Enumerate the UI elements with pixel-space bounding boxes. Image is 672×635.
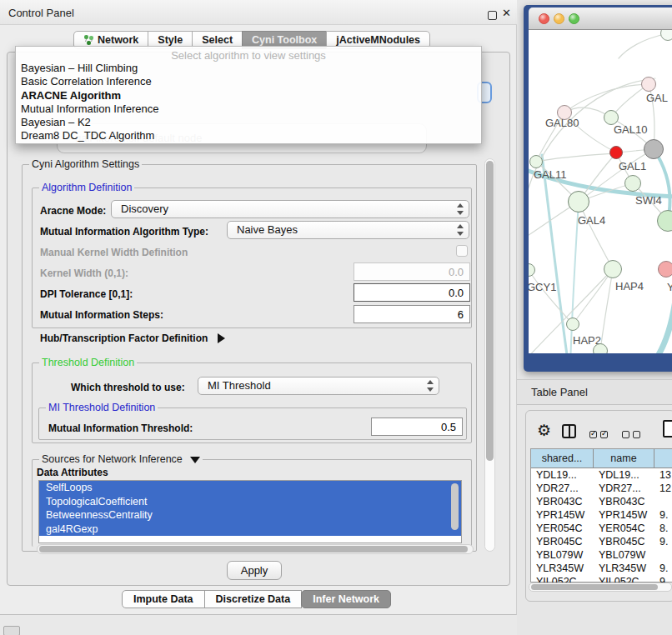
hub-definition-expander[interactable]: Hub/Transcription Factor Definition — [40, 332, 225, 344]
tab-infer-network[interactable]: Infer Network — [301, 590, 391, 608]
settings-horizontal-scrollbar-thumb[interactable] — [39, 546, 468, 552]
tab-label: Select — [202, 34, 233, 46]
dropdown-item[interactable]: ARACNE Algorithm — [16, 89, 481, 102]
attribute-item[interactable]: gal4RGexp — [39, 522, 461, 537]
table-cell: 9. — [654, 576, 672, 582]
table-column-header[interactable] — [654, 449, 672, 468]
kernel-width-field[interactable]: 0.0 — [354, 262, 470, 281]
tab-label: Style — [158, 34, 183, 46]
network-window-titlebar[interactable] — [529, 8, 672, 30]
which-threshold-value: MI Threshold — [208, 379, 271, 392]
tab-discretize-data[interactable]: Discretize Data — [204, 590, 303, 608]
network-edge[interactable] — [529, 270, 573, 324]
table-cell: YDR27... — [594, 482, 654, 496]
dropdown-item[interactable]: Basic Correlation Inference — [16, 75, 481, 88]
mi-steps-field[interactable]: 6 — [354, 305, 470, 323]
dpi-tolerance-field[interactable]: 0.0 — [354, 283, 470, 302]
which-threshold-select[interactable]: MI Threshold — [198, 377, 439, 395]
table-row[interactable]: YDR27...YDR27...12 — [531, 482, 672, 496]
network-node-HAP2[interactable] — [566, 318, 579, 331]
control-panel-titlebar[interactable] — [0, 0, 517, 25]
attribute-item[interactable]: SelfLoops — [39, 481, 461, 495]
network-node-GAL1[interactable] — [609, 146, 623, 159]
bottom-tabbar: Impute DataDiscretize DataInfer Network — [122, 590, 391, 608]
table-row[interactable]: YBR045CYBR045C9. — [531, 536, 672, 549]
deselect-all-checkboxes-icon[interactable] — [622, 427, 644, 442]
table-cell: YIL052C — [594, 576, 654, 582]
dropdown-item[interactable]: Dream8 DC_TDC Algorithm — [16, 129, 481, 142]
table-row[interactable]: YDL19...YDL19...13 — [531, 469, 672, 482]
network-edge[interactable] — [600, 269, 613, 351]
sources-title-text: Sources for Network Inference — [42, 453, 183, 465]
unchecked-box-icon — [622, 431, 629, 438]
table-cell: YBR043C — [594, 496, 654, 509]
show-columns-icon[interactable] — [562, 424, 576, 438]
aracne-mode-select[interactable]: Discovery — [111, 200, 469, 218]
table-cell: 9. — [654, 509, 672, 522]
table-cell: YBL079W — [594, 549, 654, 562]
float-panel-icon[interactable] — [488, 11, 497, 20]
table-column-header[interactable]: shared... — [531, 449, 594, 468]
network-node[interactable] — [644, 139, 664, 159]
network-edge[interactable] — [573, 269, 613, 324]
network-edge[interactable] — [542, 155, 569, 353]
network-node-label: GAL1 — [619, 160, 646, 172]
table-cell: YER054C — [594, 522, 654, 536]
control-panel-title: Control Panel — [8, 7, 74, 19]
mi-type-label: Mutual Information Algorithm Type: — [40, 226, 208, 238]
attributes-list-scrollbar-thumb[interactable] — [451, 483, 459, 530]
expand-right-icon — [218, 333, 225, 343]
table-cell: YBL079W — [531, 549, 594, 562]
network-node-HAP4[interactable] — [604, 260, 622, 278]
table-row[interactable]: YER054CYER054C8. — [531, 522, 672, 536]
close-icon[interactable]: ✕ — [502, 7, 511, 19]
attribute-item[interactable]: TopologicalCoefficient — [39, 495, 461, 509]
dropdown-item[interactable]: Bayesian – Hill Climbing — [16, 62, 481, 75]
attribute-item[interactable]: BetweennessCentrality — [39, 508, 461, 522]
table-cell: YPR145W — [594, 509, 654, 522]
collapsed-panel-icon[interactable] — [3, 626, 20, 635]
manual-kernel-checkbox[interactable] — [456, 245, 468, 257]
network-canvas[interactable]: GALGAL80GAL10GAL1GAL11SWI4GAL4GCY1HAP4YH… — [529, 30, 672, 353]
table-row[interactable]: YBR043CYBR043C — [531, 496, 672, 509]
table-row[interactable]: YBL079WYBL079W — [531, 549, 672, 562]
aracne-mode-label: Aracne Mode: — [40, 205, 106, 217]
table-row[interactable]: YIL052CYIL052C9. — [531, 576, 672, 582]
mi-type-select[interactable]: Naive Bayes — [227, 221, 469, 239]
data-attributes-list[interactable]: SelfLoopsTopologicalCoefficientBetweenne… — [38, 480, 462, 543]
tab-impute-data[interactable]: Impute Data — [122, 590, 205, 608]
window-close-button[interactable] — [539, 13, 549, 24]
network-node[interactable] — [624, 175, 641, 192]
window-zoom-button[interactable] — [569, 13, 579, 24]
window-minimize-button[interactable] — [554, 13, 564, 24]
table-cell — [654, 549, 672, 562]
sources-title[interactable]: Sources for Network Inference — [39, 453, 203, 465]
apply-button[interactable]: Apply — [227, 561, 282, 580]
document-icon[interactable] — [663, 420, 672, 438]
network-node-Y[interactable] — [658, 261, 672, 278]
dropdown-item[interactable]: Bayesian – K2 — [16, 116, 481, 129]
network-node[interactable] — [593, 343, 608, 353]
table-cell: 9. — [654, 562, 672, 576]
dropdown-item[interactable]: Mutual Information Inference — [16, 102, 481, 116]
network-edge[interactable] — [579, 202, 613, 269]
network-edge[interactable] — [619, 33, 668, 58]
network-node-GAL[interactable] — [641, 77, 656, 92]
select-all-checkboxes-icon[interactable] — [589, 427, 611, 442]
network-edge[interactable] — [536, 153, 616, 162]
table-row[interactable]: YLR345WYLR345W9. — [531, 562, 672, 576]
data-attributes-label: Data Attributes — [37, 467, 108, 478]
network-node-GAL11[interactable] — [529, 155, 543, 168]
network-node-label: HAP4 — [615, 280, 644, 292]
network-node-label: GAL — [646, 92, 668, 104]
table-cell — [654, 496, 672, 509]
network-node-GAL4[interactable] — [568, 191, 589, 212]
mi-threshold-field[interactable]: 0.5 — [371, 418, 463, 436]
table-cell: 9. — [654, 536, 672, 549]
table-column-header[interactable]: name — [594, 449, 654, 468]
table-row[interactable]: YPR145WYPR145W9. — [531, 509, 672, 522]
gear-icon[interactable]: ⚙ — [537, 421, 551, 440]
which-threshold-label: Which threshold to use: — [71, 382, 185, 393]
table-horizontal-scrollbar-thumb[interactable] — [531, 584, 658, 590]
settings-vertical-scrollbar-thumb[interactable] — [486, 161, 494, 461]
